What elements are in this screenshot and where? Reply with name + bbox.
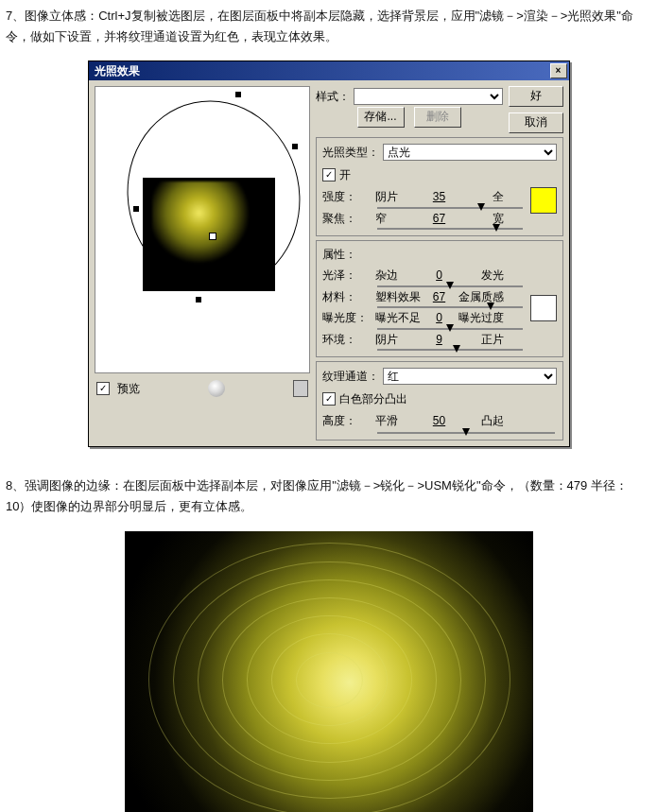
light-type-group: 光照类型： 点光 开 强度： 阴片 <box>316 137 563 236</box>
intensity-row[interactable]: 强度： 阴片 35 全 <box>322 187 525 206</box>
on-checkbox[interactable] <box>322 168 336 181</box>
properties-label: 属性： <box>322 245 557 264</box>
preview-checkbox[interactable] <box>96 382 110 395</box>
result-image <box>125 531 533 813</box>
light-color-swatch[interactable] <box>530 187 557 214</box>
light-type-select[interactable]: 点光 <box>383 144 557 161</box>
preview-label: 预览 <box>117 379 140 398</box>
lighting-effects-dialog: 光照效果 × 预览 <box>88 60 570 447</box>
on-label: 开 <box>339 165 351 184</box>
texture-channel-label: 纹理通道： <box>322 367 379 386</box>
properties-group: 属性： 光泽： 杂边 0 发光 材料： <box>316 240 563 357</box>
step-8-text: 8、强调图像的边缘：在图层面板中选择副本层，对图像应用"滤镜－>锐化－>USM锐… <box>6 475 651 517</box>
close-icon[interactable]: × <box>550 63 567 78</box>
dialog-figure: 光照效果 × 预览 <box>6 60 651 447</box>
height-row[interactable]: 高度： 平滑 50 凸起 <box>322 411 557 430</box>
texture-channel-select[interactable]: 红 <box>383 368 557 385</box>
cancel-button[interactable]: 取消 <box>509 112 563 133</box>
ok-button[interactable]: 好 <box>509 86 563 107</box>
style-select[interactable] <box>354 88 503 105</box>
delete-button: 删除 <box>414 107 461 128</box>
dialog-title: 光照效果 <box>95 61 140 80</box>
step-7-text: 7、图像立体感：Ctrl+J复制被选图层，在图层面板中将副本层隐藏，选择背景层，… <box>6 6 651 47</box>
dialog-titlebar: 光照效果 × <box>89 61 569 80</box>
ambience-row[interactable]: 环境： 阴片 9 正片 <box>322 330 525 349</box>
result-figure <box>6 531 651 813</box>
white-high-checkbox[interactable] <box>322 392 336 406</box>
lightbulb-icon[interactable] <box>208 380 225 397</box>
ambient-color-swatch[interactable] <box>530 295 557 321</box>
white-high-label: 白色部分凸出 <box>339 389 407 408</box>
style-label: 样式： <box>316 87 350 106</box>
preview-canvas[interactable] <box>95 86 310 373</box>
gloss-row[interactable]: 光泽： 杂边 0 发光 <box>322 266 525 285</box>
trash-icon[interactable] <box>293 380 308 397</box>
exposure-row[interactable]: 曝光度： 曝光不足 0 曝光过度 <box>322 308 525 327</box>
light-type-label: 光照类型： <box>322 143 379 162</box>
save-button[interactable]: 存储... <box>357 107 405 128</box>
texture-group: 纹理通道： 红 白色部分凸出 高度： 平滑 50 凸起 <box>316 361 563 441</box>
